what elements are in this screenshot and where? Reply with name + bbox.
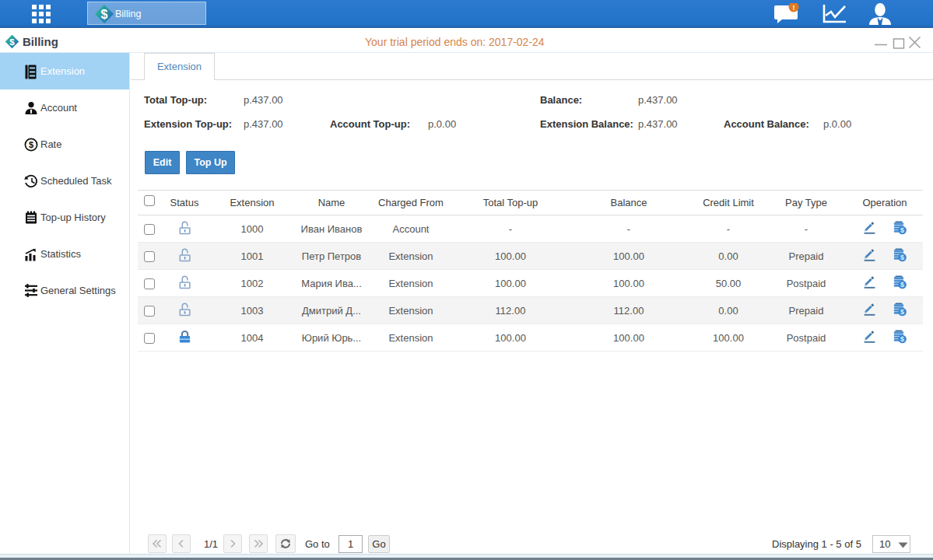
svg-text:$: $ (900, 308, 904, 316)
svg-text:!: ! (793, 4, 795, 12)
svg-text:$: $ (900, 254, 904, 261)
svg-text:$: $ (9, 37, 15, 47)
svg-text:$: $ (900, 281, 904, 289)
svg-text:$: $ (101, 8, 108, 21)
svg-text:$: $ (900, 335, 904, 343)
svg-text:$: $ (29, 140, 33, 149)
svg-text:$: $ (900, 226, 904, 234)
